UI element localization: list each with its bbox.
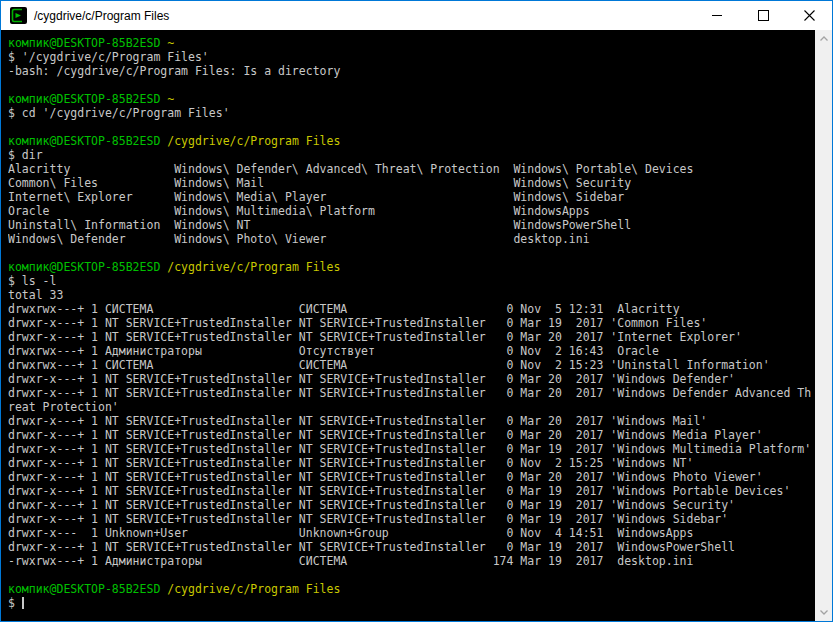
terminal-line: $: [8, 596, 815, 610]
terminal-line: drwxr-x---+ 1 NT SERVICE+TrustedInstalle…: [8, 316, 815, 330]
terminal-line: Alacritty Windows\ Defender\ Advanced\ T…: [8, 162, 815, 176]
terminal-line: drwxrwx---+ 1 СИСТЕМА СИСТЕМА 0 Nov 2 15…: [8, 358, 815, 372]
terminal-line: -bash: /cygdrive/c/Program Files: Is a d…: [8, 64, 815, 78]
terminal-line: $ ls -l: [8, 274, 815, 288]
title-bar[interactable]: /cygdrive/c/Program Files: [1, 1, 832, 30]
terminal-line: [8, 568, 815, 582]
terminal-line: drwxr-x---+ 1 NT SERVICE+TrustedInstalle…: [8, 330, 815, 344]
scroll-down-button[interactable]: [815, 604, 832, 621]
terminal-line: компик@DESKTOP-85B2ESD ~: [8, 92, 815, 106]
terminal-line: [8, 78, 815, 92]
terminal-line: drwxr-x---+ 1 NT SERVICE+TrustedInstalle…: [8, 498, 815, 512]
terminal-line: drwxr-x---+ 1 NT SERVICE+TrustedInstalle…: [8, 456, 815, 470]
terminal-line: drwxr-x---+ 1 NT SERVICE+TrustedInstalle…: [8, 386, 815, 400]
terminal-line: drwxrwx---+ 1 Администраторы Отсутствует…: [8, 344, 815, 358]
close-icon: [804, 10, 815, 21]
terminal-line: drwxr-x---+ 1 NT SERVICE+TrustedInstalle…: [8, 414, 815, 428]
terminal-line: -rwxrwx---+ 1 Администраторы СИСТЕМА 174…: [8, 554, 815, 568]
terminal-line: Common\ Files Windows\ Mail Windows\ Sec…: [8, 176, 815, 190]
window: /cygdrive/c/Program Files компик@DESKTOP…: [0, 0, 833, 622]
terminal-line: $ '/cygdrive/c/Program Files': [8, 50, 815, 64]
terminal-line: $ dir: [8, 148, 815, 162]
terminal-line: reat Protection': [8, 400, 815, 414]
terminal-line: drwxr-x---+ 1 NT SERVICE+TrustedInstalle…: [8, 428, 815, 442]
text-cursor: [22, 597, 24, 609]
scroll-up-button[interactable]: [815, 30, 832, 47]
terminal-line: компик@DESKTOP-85B2ESD ~: [8, 36, 815, 50]
window-controls: [694, 1, 832, 30]
close-button[interactable]: [786, 1, 832, 30]
terminal-line: компик@DESKTOP-85B2ESD /cygdrive/c/Progr…: [8, 134, 815, 148]
terminal-line: [8, 120, 815, 134]
cygwin-terminal-icon[interactable]: [10, 7, 27, 24]
chevron-down-icon: [820, 610, 828, 615]
terminal-line: Oracle Windows\ Multimedia\ Platform Win…: [8, 204, 815, 218]
maximize-button[interactable]: [740, 1, 786, 30]
window-title: /cygdrive/c/Program Files: [34, 9, 169, 23]
terminal-line: drwxr-x--- 1 Unknown+User Unknown+Group …: [8, 526, 815, 540]
terminal-output[interactable]: компик@DESKTOP-85B2ESD ~$ '/cygdrive/c/P…: [8, 36, 815, 621]
chevron-up-icon: [820, 36, 828, 41]
terminal-line: компик@DESKTOP-85B2ESD /cygdrive/c/Progr…: [8, 582, 815, 596]
terminal-line: total 33: [8, 288, 815, 302]
terminal-line: drwxr-x---+ 1 NT SERVICE+TrustedInstalle…: [8, 540, 815, 554]
terminal-line: [8, 246, 815, 260]
terminal-line: $ cd '/cygdrive/c/Program Files': [8, 106, 815, 120]
minimize-icon: [712, 15, 722, 16]
scrollbar[interactable]: [815, 30, 832, 621]
terminal-line: drwxr-x---+ 1 NT SERVICE+TrustedInstalle…: [8, 470, 815, 484]
terminal-line: Windows\ Defender Windows\ Photo\ Viewer…: [8, 232, 815, 246]
minimize-button[interactable]: [694, 1, 740, 30]
terminal-line: Internet\ Explorer Windows\ Media\ Playe…: [8, 190, 815, 204]
terminal-line: Uninstall\ Information Windows\ NT Windo…: [8, 218, 815, 232]
maximize-icon: [758, 10, 769, 21]
terminal-line: компик@DESKTOP-85B2ESD /cygdrive/c/Progr…: [8, 260, 815, 274]
terminal-line: drwxrwx---+ 1 СИСТЕМА СИСТЕМА 0 Nov 5 12…: [8, 302, 815, 316]
terminal-line: drwxr-x---+ 1 NT SERVICE+TrustedInstalle…: [8, 372, 815, 386]
terminal-area: компик@DESKTOP-85B2ESD ~$ '/cygdrive/c/P…: [1, 30, 832, 621]
terminal-line: drwxr-x---+ 1 NT SERVICE+TrustedInstalle…: [8, 484, 815, 498]
terminal-line: drwxr-x---+ 1 NT SERVICE+TrustedInstalle…: [8, 512, 815, 526]
terminal-line: drwxr-x---+ 1 NT SERVICE+TrustedInstalle…: [8, 442, 815, 456]
